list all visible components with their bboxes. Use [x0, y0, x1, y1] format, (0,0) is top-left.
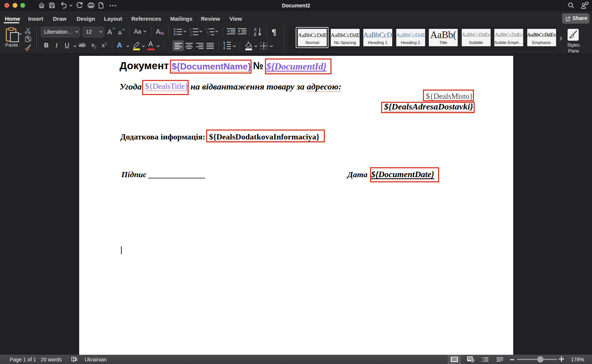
svg-text:Z: Z	[254, 32, 256, 37]
svg-text:i: i	[208, 33, 209, 37]
svg-text:A: A	[254, 27, 257, 32]
svg-text:3: 3	[190, 33, 192, 37]
